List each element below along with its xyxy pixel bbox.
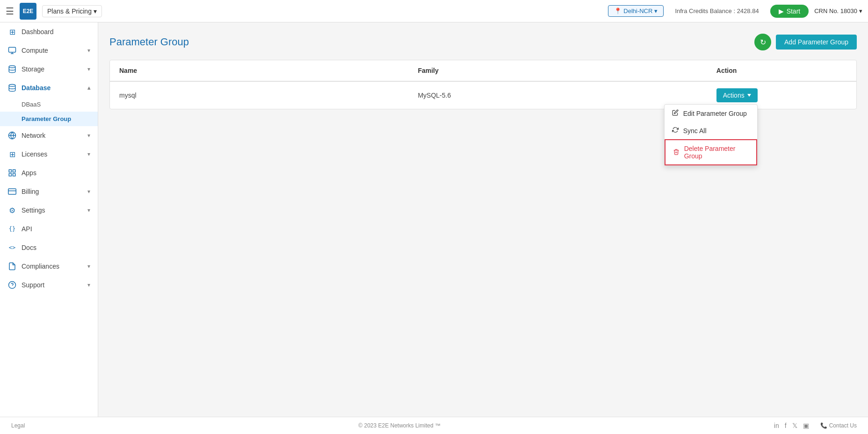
parameter-group-table: Name Family Action mysql MySQL-5.6 Actio…	[110, 60, 856, 109]
chevron-down-icon: ▾	[87, 47, 90, 54]
sidebar-item-api[interactable]: {} API	[0, 220, 98, 238]
start-label: Start	[787, 7, 801, 15]
refresh-button[interactable]: ↻	[754, 34, 771, 50]
edit-label: Edit Parameter Group	[683, 110, 747, 117]
sidebar-item-compute[interactable]: Compute ▾	[0, 41, 98, 60]
page-actions: ↻ Add Parameter Group	[754, 34, 857, 50]
storage-icon	[7, 64, 17, 74]
licenses-icon: ⊞	[7, 149, 17, 159]
chevron-down-icon: ▾	[87, 263, 90, 270]
actions-wrapper: Actions Edit Parameter Group	[716, 88, 758, 102]
delete-parameter-group-item[interactable]: Delete Parameter Group	[665, 139, 757, 165]
sidebar-item-dashboard[interactable]: ⊞ Dashboard	[0, 22, 98, 41]
start-button[interactable]: ▶ Start	[770, 5, 809, 18]
svg-rect-8	[13, 170, 15, 172]
delete-icon	[673, 149, 680, 157]
plan-caret-icon: ▾	[94, 7, 97, 15]
sidebar-subitem-parameter-group[interactable]: Parameter Group	[0, 112, 98, 126]
credits-balance: Infra Credits Balance : 2428.84	[669, 7, 764, 14]
svg-rect-11	[8, 189, 16, 194]
sidebar: ⊞ Dashboard Compute ▾ Storage ▾ Database…	[0, 22, 98, 417]
sidebar-item-network[interactable]: Network ▾	[0, 126, 98, 145]
sidebar-item-label: Network	[22, 132, 45, 139]
region-selector[interactable]: 📍 Delhi-NCR ▾	[608, 5, 664, 17]
chevron-down-icon: ▾	[87, 282, 90, 288]
sidebar-item-label: Docs	[22, 244, 36, 251]
sidebar-item-docs[interactable]: <> Docs	[0, 238, 98, 257]
sidebar-item-label: Settings	[22, 206, 45, 214]
footer-legal-link[interactable]: Legal	[11, 422, 25, 429]
sidebar-item-storage[interactable]: Storage ▾	[0, 60, 98, 78]
chevron-down-icon: ▾	[87, 132, 90, 139]
sidebar-item-settings[interactable]: ⚙ Settings ▾	[0, 201, 98, 220]
sidebar-item-compliances[interactable]: Compliances ▾	[0, 257, 98, 276]
region-label: Delhi-NCR	[623, 7, 652, 14]
crn-caret-icon: ▾	[859, 7, 862, 14]
billing-icon	[7, 187, 17, 196]
twitter-icon[interactable]: 𝕏	[792, 422, 797, 429]
column-header-name: Name	[110, 60, 408, 81]
actions-button[interactable]: Actions	[716, 88, 758, 102]
page-title: Parameter Group	[109, 36, 754, 48]
sidebar-item-label: Database	[22, 84, 51, 92]
actions-dropdown: Edit Parameter Group Sync All	[664, 104, 758, 166]
sidebar-item-licenses[interactable]: ⊞ Licenses ▾	[0, 145, 98, 164]
chevron-down-icon: ▾	[87, 151, 90, 157]
plan-selector[interactable]: Plans & Pricing ▾	[42, 5, 102, 17]
actions-label: Actions	[723, 92, 745, 99]
sidebar-item-label: Licenses	[22, 150, 47, 158]
row-action: Actions Edit Parameter Group	[707, 81, 856, 109]
start-icon: ▶	[779, 7, 784, 15]
sync-all-item[interactable]: Sync All	[665, 122, 757, 139]
apps-icon	[7, 168, 17, 178]
sidebar-item-label: API	[22, 225, 32, 233]
sidebar-item-label: Billing	[22, 188, 39, 195]
footer-contact-link[interactable]: 📞 Contact Us	[820, 422, 857, 429]
database-icon	[7, 83, 17, 92]
edit-parameter-group-item[interactable]: Edit Parameter Group	[665, 105, 757, 122]
row-name: mysql	[110, 81, 408, 109]
footer-social-links: in f 𝕏 ▣	[774, 422, 809, 429]
app-logo: E2E	[20, 3, 36, 20]
sync-label: Sync All	[683, 127, 707, 135]
add-parameter-group-button[interactable]: Add Parameter Group	[776, 35, 857, 50]
chevron-down-icon: ▾	[87, 66, 90, 72]
linkedin-icon[interactable]: in	[774, 422, 779, 429]
table-row: mysql MySQL-5.6 Actions	[110, 81, 856, 109]
compliances-icon	[7, 262, 17, 271]
sync-icon	[672, 127, 679, 135]
sidebar-item-database[interactable]: Database ▴	[0, 78, 98, 97]
svg-rect-10	[13, 174, 15, 176]
api-icon: {}	[7, 224, 17, 234]
sidebar-item-label: Compliances	[22, 263, 59, 270]
footer-copyright: © 2023 E2E Networks Limited ™	[25, 422, 774, 429]
sidebar-item-label: Storage	[22, 65, 44, 73]
column-header-action: Action	[707, 60, 856, 81]
row-family: MySQL-5.6	[408, 81, 707, 109]
svg-rect-9	[9, 174, 11, 176]
sidebar-item-apps[interactable]: Apps	[0, 164, 98, 182]
sidebar-item-label: Compute	[22, 47, 48, 54]
contact-label: Contact Us	[829, 422, 857, 429]
chevron-down-icon: ▾	[87, 207, 90, 213]
chevron-down-icon: ▾	[87, 188, 90, 195]
sidebar-subitem-dbaas[interactable]: DBaaS	[0, 97, 98, 112]
crn-selector[interactable]: CRN No. 18030 ▾	[814, 7, 862, 14]
settings-icon: ⚙	[7, 206, 17, 215]
plan-label: Plans & Pricing	[47, 7, 92, 15]
hamburger-menu[interactable]: ☰	[6, 6, 14, 17]
svg-point-4	[9, 85, 15, 87]
chevron-up-icon: ▴	[87, 85, 90, 91]
top-navigation: ☰ E2E Plans & Pricing ▾ 📍 Delhi-NCR ▾ In…	[0, 0, 868, 22]
sidebar-item-support[interactable]: Support ▾	[0, 276, 98, 294]
sidebar-item-label: Support	[22, 281, 44, 289]
main-content: Parameter Group ↻ Add Parameter Group Na…	[98, 22, 868, 417]
network-icon	[7, 131, 17, 140]
facebook-icon[interactable]: f	[785, 422, 787, 429]
rss-icon[interactable]: ▣	[803, 422, 809, 429]
sidebar-item-billing[interactable]: Billing ▾	[0, 182, 98, 201]
column-header-family: Family	[408, 60, 707, 81]
svg-point-3	[9, 66, 15, 68]
sidebar-item-label: Apps	[22, 169, 36, 177]
crn-label: CRN No. 18030	[814, 7, 857, 14]
